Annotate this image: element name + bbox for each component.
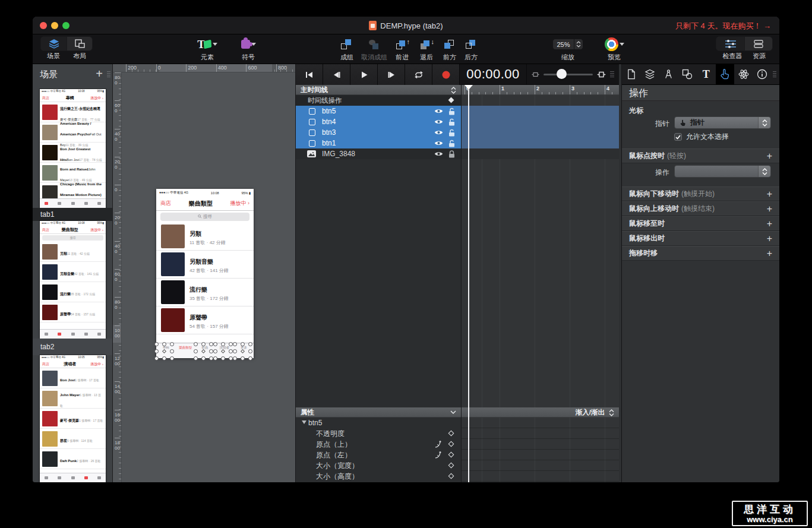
selection-handles-btn4[interactable] xyxy=(213,342,233,361)
preview-button[interactable]: 预览 xyxy=(595,36,634,62)
event-section-row[interactable]: 鼠标向上移动时(触摸结束) + xyxy=(622,201,779,216)
layouts-pane-button[interactable] xyxy=(67,37,92,50)
layer-checkbox[interactable] xyxy=(309,129,315,136)
add-action-button[interactable]: + xyxy=(767,217,772,230)
inspector-grip-icon[interactable] xyxy=(773,71,776,77)
zoom-slider-knob[interactable] xyxy=(557,69,567,79)
tab-actions-inspector-selected[interactable] xyxy=(716,64,735,85)
lock-icon[interactable] xyxy=(448,150,455,158)
keyframe-diamond-icon[interactable] xyxy=(448,441,454,447)
layer-checkbox[interactable] xyxy=(309,108,315,115)
action-diamond-icon[interactable] xyxy=(448,97,454,103)
next-frame-button[interactable] xyxy=(378,64,405,85)
tab-metrics-inspector[interactable] xyxy=(659,64,678,85)
properties-header[interactable]: 属性 xyxy=(296,407,461,418)
property-row[interactable]: 大小（高度） xyxy=(296,471,461,482)
selection-handles-btn3[interactable] xyxy=(194,342,214,361)
keyframe-diamond-icon[interactable] xyxy=(448,452,454,458)
layer-row-selected[interactable]: btn4 xyxy=(296,116,461,127)
add-action-button[interactable]: + xyxy=(767,187,772,201)
ease-curve-icon[interactable] xyxy=(435,441,442,448)
timeline-actions-row[interactable]: 时间线操作 xyxy=(296,95,461,106)
properties-track-area[interactable] xyxy=(461,418,619,482)
layer-row-selected[interactable]: btn1 xyxy=(296,138,461,148)
zoom-stepper[interactable]: 25% xyxy=(552,39,583,50)
buy-now-promo-link[interactable]: 只剩下 4 天。现在购买！ → xyxy=(675,21,771,31)
scene-label-tab2[interactable]: tab2 xyxy=(33,339,113,355)
event-section-row[interactable]: 鼠标移出时 + xyxy=(622,231,779,246)
event-section-row[interactable]: 鼠标向下移动时(触摸开始) + xyxy=(622,186,779,201)
add-action-button[interactable]: + xyxy=(767,246,772,260)
ease-curve-icon[interactable] xyxy=(435,451,442,459)
chevron-down-icon[interactable] xyxy=(620,43,624,48)
pane-grip-icon[interactable] xyxy=(610,71,614,77)
tab-physics-inspector[interactable] xyxy=(734,64,753,85)
selection-handles-btn5[interactable] xyxy=(233,342,253,361)
tab-element-inspector[interactable] xyxy=(678,64,697,85)
property-row[interactable]: 原点（上） xyxy=(296,439,461,450)
add-action-button[interactable]: + xyxy=(767,232,772,245)
timeline-track-area[interactable] xyxy=(461,95,619,407)
selection-handles-btn1[interactable] xyxy=(154,342,175,361)
event-section-row[interactable]: 拖移时移 + xyxy=(622,246,779,261)
inspector-toggle-button[interactable] xyxy=(716,37,744,50)
unlock-icon[interactable] xyxy=(448,118,455,126)
property-group-row[interactable]: btn5 xyxy=(296,418,461,428)
property-row[interactable]: 原点（左） xyxy=(296,450,461,460)
minimize-window-button[interactable] xyxy=(51,22,58,29)
scene-thumbnail-tab1[interactable]: ●●●○○ 中華電信 4G10:0895%▮ 商店 專輯 播放中 › 流行樂之王… xyxy=(40,89,106,208)
ease-header[interactable]: 渐入/渐出 xyxy=(461,407,619,418)
zoom-out-icon[interactable] xyxy=(532,71,539,78)
canvas-area[interactable]: 2000200400600800 80060040020002004006008… xyxy=(113,64,295,482)
event-section-row[interactable]: 鼠标移至时 + xyxy=(622,216,779,231)
loop-button[interactable] xyxy=(405,64,432,85)
keyframe-diamond-icon[interactable] xyxy=(448,473,454,479)
collapse-chevron-icon[interactable] xyxy=(450,410,456,415)
on-mouse-click-section[interactable]: 鼠标点按时(轻按) + xyxy=(622,148,779,163)
zoom-slider-track[interactable] xyxy=(544,74,593,75)
zoom-in-icon[interactable] xyxy=(597,71,606,78)
property-row[interactable]: 大小（宽度） xyxy=(296,460,461,471)
play-button[interactable] xyxy=(350,64,378,85)
dropdown-stepper-icon[interactable] xyxy=(758,117,770,128)
scene-thumbnail-artists[interactable]: ●●●○○ 中華電信 4G10:0595%▮ 商店 演唱者 播放中 › Bon … xyxy=(40,355,106,482)
dropdown-stepper-icon[interactable] xyxy=(758,166,770,177)
jump-to-start-button[interactable] xyxy=(296,64,323,85)
eye-icon[interactable] xyxy=(434,119,443,125)
unlock-icon[interactable] xyxy=(448,140,455,147)
scene-thumbnail-tab2-selected[interactable]: ●●●○○ 中華電信 4G10:0895%▮ 商店 樂曲類型 播放中 › 搜尋 … xyxy=(40,221,106,339)
playhead-line[interactable] xyxy=(468,90,469,482)
tab-identity-inspector[interactable] xyxy=(753,64,772,85)
add-action-button[interactable]: + xyxy=(767,202,772,216)
previous-frame-button[interactable] xyxy=(323,64,350,85)
pane-divider[interactable] xyxy=(461,85,462,482)
ease-stepper-icon[interactable] xyxy=(609,409,614,416)
layer-checkbox[interactable] xyxy=(309,119,315,125)
pointer-dropdown[interactable]: 指针 xyxy=(674,116,771,129)
close-window-button[interactable] xyxy=(40,22,47,29)
scenes-pane-button[interactable] xyxy=(41,37,67,50)
main-timeline-header[interactable]: 主时间线 xyxy=(296,85,461,95)
layer-checkbox[interactable] xyxy=(309,140,315,147)
time-ruler[interactable]: 01234 xyxy=(461,85,619,95)
layer-row-image[interactable]: IMG_3848 xyxy=(296,148,461,159)
tab-scene-inspector[interactable] xyxy=(641,64,660,85)
layer-row-selected[interactable]: btn3 xyxy=(296,127,461,138)
scene-artboard-IMG_3848[interactable]: ●●●○○ 中華電信 4G 10:08 95% ▮ 商店 樂曲類型 播放中 › … xyxy=(156,189,254,358)
unlock-icon[interactable] xyxy=(448,108,455,115)
elements-menu-button[interactable]: T 元素 xyxy=(186,36,229,62)
send-backward-button[interactable]: ↓ 退后 xyxy=(414,36,439,62)
zoom-stepper-arrows[interactable] xyxy=(574,39,583,49)
unlock-icon[interactable] xyxy=(448,129,455,137)
disclosure-triangle-icon[interactable] xyxy=(302,420,307,426)
tab-typography-inspector[interactable]: T xyxy=(697,64,716,85)
property-row[interactable]: 不透明度 xyxy=(296,428,461,439)
eye-icon[interactable] xyxy=(434,108,443,114)
keyframe-diamond-icon[interactable] xyxy=(448,463,454,469)
zoom-window-button[interactable] xyxy=(62,22,69,29)
group-button[interactable]: 成组 xyxy=(336,36,358,62)
keyframe-diamond-icon[interactable] xyxy=(448,431,454,437)
symbols-menu-button[interactable]: 符号 xyxy=(233,36,263,62)
send-back-button[interactable]: 后方 xyxy=(460,36,482,62)
checkbox-checked[interactable] xyxy=(674,133,682,141)
